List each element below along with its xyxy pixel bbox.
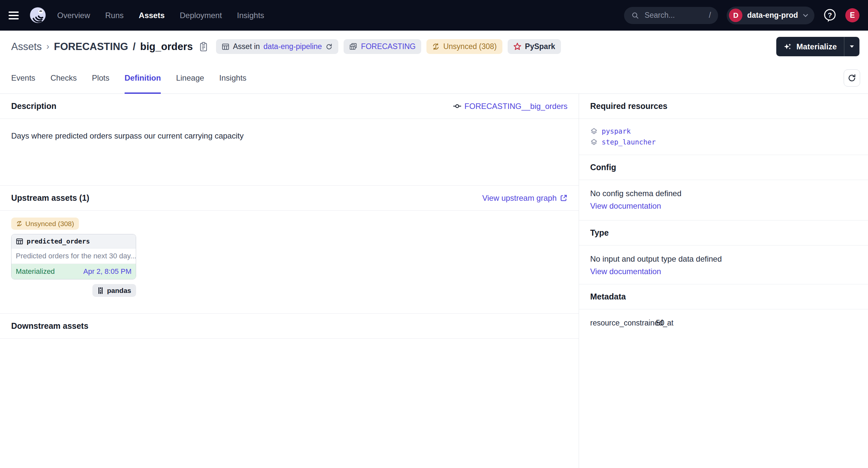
metadata-title: Metadata (590, 292, 626, 301)
group-tables-icon (349, 42, 358, 51)
compute-kind-label: PySpark (525, 42, 555, 51)
required-resources-list: pyspark step_launcher (579, 119, 868, 155)
job-link-label: FORECASTING__big_orders (465, 102, 567, 111)
asset-badges: Asset in data-eng-pipeline FORECASTING (216, 39, 561, 54)
refresh-icon (847, 74, 857, 83)
pandas-icon (97, 287, 104, 294)
type-title: Type (590, 228, 609, 238)
materialized-status-label: Materialized (16, 267, 55, 276)
dagster-logo[interactable] (28, 6, 48, 25)
nav-item-insights[interactable]: Insights (237, 11, 265, 20)
type-doc-link[interactable]: View documentation (590, 267, 857, 276)
pandas-tag-label: pandas (107, 287, 131, 295)
metadata-key: resource_constrained_at (590, 319, 656, 327)
breadcrumb-separator: / (133, 41, 136, 53)
tab-lineage[interactable]: Lineage (176, 62, 204, 93)
deployment-switcher[interactable]: D data-eng-prod (726, 7, 814, 24)
top-nav: Overview Runs Assets Deployment Insights… (0, 0, 868, 31)
metadata-section-header: Metadata (579, 284, 868, 310)
upstream-title: Upstream assets (1) (11, 193, 89, 203)
materialize-split-button: Materialize (776, 37, 860, 56)
tab-insights[interactable]: Insights (219, 62, 247, 93)
tab-checks[interactable]: Checks (50, 62, 76, 93)
copy-asset-name-button[interactable] (199, 41, 208, 52)
breadcrumb-chevron: › (46, 41, 49, 52)
tab-definition[interactable]: Definition (125, 62, 161, 93)
nav-item-overview[interactable]: Overview (57, 11, 90, 20)
pandas-kind-tag[interactable]: pandas (92, 284, 136, 297)
spark-star-icon (513, 42, 522, 51)
required-resources-title: Required resources (590, 101, 668, 111)
unsynced-status-badge[interactable]: Unsynced (308) (427, 39, 502, 54)
clipboard-icon (199, 41, 208, 52)
job-definition-link[interactable]: FORECASTING__big_orders (453, 102, 567, 111)
layers-icon (590, 139, 598, 146)
user-avatar[interactable]: E (845, 8, 860, 22)
job-name-link[interactable]: data-eng-pipeline (264, 42, 322, 51)
metadata-row: resource_constrained_at 50 (579, 310, 868, 337)
group-name-link[interactable]: FORECASTING (361, 42, 415, 51)
asset-group-badge[interactable]: FORECASTING (344, 39, 421, 54)
page-title: big_orders (140, 41, 193, 53)
upstream-unsynced-label: Unsynced (308) (25, 220, 74, 228)
octopus-logo-icon (28, 6, 48, 25)
search-shortcut-hint: / (709, 11, 711, 20)
config-empty-text: No config schema defined (590, 189, 857, 198)
tab-events[interactable]: Events (11, 62, 35, 93)
sync-alert-icon (16, 221, 22, 227)
upstream-graph-label: View upstream graph (482, 194, 557, 203)
asset-card-description: Predicted orders for the next 30 day... (11, 248, 136, 264)
view-upstream-graph-link[interactable]: View upstream graph (482, 194, 567, 203)
config-title: Config (590, 163, 616, 172)
search-input[interactable] (644, 10, 704, 20)
refresh-icon[interactable] (326, 43, 333, 50)
table-icon (222, 43, 229, 51)
asset-card-name: predicted_orders (27, 237, 90, 245)
asset-in-job-badge: Asset in data-eng-pipeline (216, 39, 339, 54)
nav-item-runs[interactable]: Runs (105, 11, 124, 20)
downstream-section-header: Downstream assets (0, 314, 579, 339)
external-link-icon (560, 194, 567, 202)
breadcrumb-group[interactable]: FORECASTING (54, 41, 128, 53)
help-icon[interactable]: ? (823, 8, 837, 23)
asset-card-status-row: Materialized Apr 2, 8:05 PM (11, 264, 136, 279)
materialization-timestamp-link[interactable]: Apr 2, 8:05 PM (83, 267, 131, 276)
chevron-down-icon (803, 13, 808, 18)
unsynced-label: Unsynced (308) (443, 42, 496, 51)
sparkle-icon (783, 42, 792, 51)
breadcrumb: Assets › FORECASTING / big_orders (11, 41, 193, 53)
asset-tabs: Events Checks Plots Definition Lineage I… (0, 62, 868, 94)
upstream-unsynced-badge[interactable]: Unsynced (308) (11, 217, 79, 230)
materialize-button[interactable]: Materialize (776, 37, 844, 56)
downstream-title: Downstream assets (11, 321, 88, 331)
definition-sidebar: Required resources pyspark step_launcher (579, 94, 868, 468)
tab-plots[interactable]: Plots (92, 62, 109, 93)
resource-name: step_launcher (602, 138, 656, 146)
config-doc-link[interactable]: View documentation (590, 201, 857, 211)
type-content: No input and output type data defined Vi… (579, 245, 868, 284)
upstream-section-header: Upstream assets (1) View upstream graph (0, 186, 579, 211)
search-box[interactable]: / (624, 7, 718, 24)
deployment-initial-badge: D (729, 8, 742, 22)
table-icon (16, 238, 23, 245)
type-section-header: Type (579, 221, 868, 245)
nav-item-assets[interactable]: Assets (139, 11, 165, 20)
breadcrumb-assets[interactable]: Assets (11, 41, 42, 53)
required-resources-header: Required resources (579, 94, 868, 119)
nav-item-deployment[interactable]: Deployment (180, 11, 222, 20)
definition-main-column: Description FORECASTING__big_orders Days… (0, 94, 579, 468)
menu-icon[interactable] (8, 8, 23, 23)
upstream-asset-card[interactable]: predicted_orders Predicted orders for th… (11, 234, 136, 280)
resource-link-pyspark[interactable]: pyspark (590, 127, 857, 135)
search-icon (631, 11, 639, 20)
refresh-page-button[interactable] (844, 69, 860, 87)
resource-name: pyspark (602, 127, 631, 135)
primary-nav: Overview Runs Assets Deployment Insights (57, 11, 265, 20)
resource-link-step-launcher[interactable]: step_launcher (590, 138, 857, 146)
svg-text:?: ? (828, 11, 832, 19)
description-section-header: Description FORECASTING__big_orders (0, 94, 579, 119)
compute-kind-badge[interactable]: PySpark (508, 39, 561, 54)
asset-page-header: Assets › FORECASTING / big_orders Asset … (0, 31, 868, 62)
type-empty-text: No input and output type data defined (590, 255, 857, 264)
materialize-options-button[interactable] (844, 37, 860, 56)
